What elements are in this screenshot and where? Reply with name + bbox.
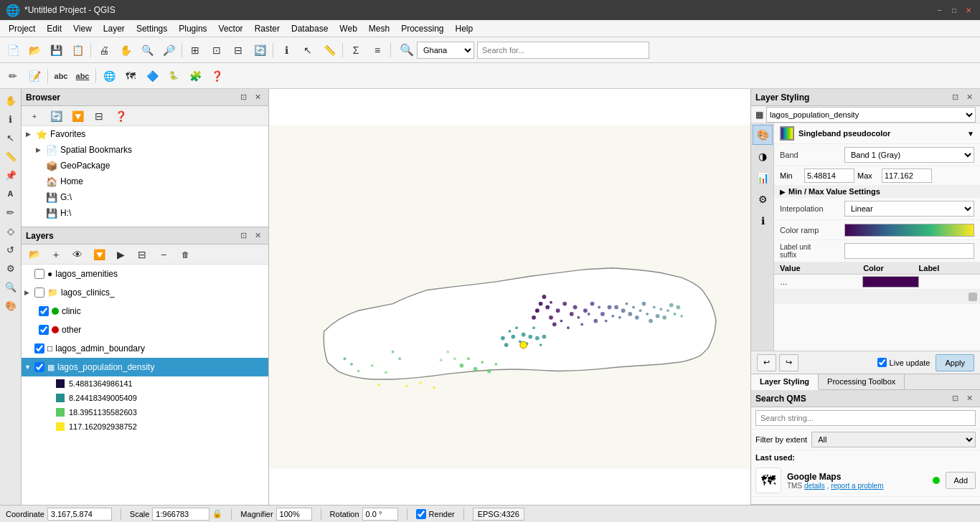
python-button[interactable]: 🐍 xyxy=(164,66,184,86)
styling-close-button[interactable]: ✕ xyxy=(963,91,976,104)
zoom-selection-button[interactable]: ⊟ xyxy=(228,40,248,60)
plugins-button[interactable]: 🧩 xyxy=(185,66,205,86)
locator-search-input[interactable] xyxy=(477,42,649,59)
layer-item-amenities[interactable]: ● lagos_amenities xyxy=(22,265,268,283)
open-layer-button[interactable]: 📂 xyxy=(24,245,44,265)
menu-item-layer[interactable]: Layer xyxy=(98,22,131,35)
remove-layer-button[interactable]: − xyxy=(154,245,174,265)
color-ramp-swatch[interactable] xyxy=(844,224,974,237)
browser-collapse-button[interactable]: ⊟ xyxy=(89,106,109,126)
layer-item-clinic[interactable]: clinic xyxy=(22,302,268,321)
layers-float-button[interactable]: ⊡ xyxy=(237,229,250,242)
rotation-input[interactable] xyxy=(362,508,398,521)
menu-item-plugins[interactable]: Plugins xyxy=(173,22,212,35)
browser-item-spatial-bookmarks[interactable]: ▶ 📄 Spatial Bookmarks xyxy=(22,142,268,158)
label-button[interactable]: abc xyxy=(51,66,71,86)
print-layout-button[interactable]: 🖨 xyxy=(94,40,114,60)
population-density-checkbox[interactable] xyxy=(34,362,44,372)
crs-button[interactable]: EPSG:4326 xyxy=(473,508,524,521)
identify-icon[interactable]: ℹ xyxy=(2,110,19,128)
tab-processing-toolbox[interactable]: Processing Toolbox xyxy=(819,374,905,389)
styling-float-button[interactable]: ⊡ xyxy=(948,91,961,104)
menu-item-processing[interactable]: Processing xyxy=(395,22,449,35)
layers-close-button[interactable]: ✕ xyxy=(251,229,264,242)
close-button[interactable]: ✕ xyxy=(963,4,974,16)
redo-button[interactable]: ↪ xyxy=(779,354,798,371)
locator-combo[interactable]: Ghana xyxy=(417,42,474,59)
expand-all-button[interactable]: ▶ xyxy=(110,245,131,265)
map-area[interactable] xyxy=(269,89,750,505)
refresh-button[interactable]: 🔄 xyxy=(250,40,270,60)
field-calc-button[interactable]: ≡ xyxy=(367,40,387,60)
browser-item-g-drive[interactable]: 💾 G:\ xyxy=(22,189,268,205)
label-tool-icon[interactable]: A xyxy=(2,185,19,202)
add-button[interactable]: Add xyxy=(946,472,976,489)
qms-close-button[interactable]: ✕ xyxy=(963,392,976,405)
min-max-section[interactable]: ▶ Min / Max Value Settings xyxy=(774,185,980,198)
tab-layer-styling[interactable]: Layer Styling xyxy=(751,374,819,390)
pin-icon[interactable]: 📌 xyxy=(2,166,19,184)
collapse-all-button[interactable]: ⊟ xyxy=(132,245,152,265)
new-project-button[interactable]: 📄 xyxy=(3,40,23,60)
label-unit-input[interactable] xyxy=(844,243,974,259)
clinic-checkbox[interactable] xyxy=(39,306,49,316)
filter-select[interactable]: All xyxy=(811,432,976,447)
histogram-icon[interactable]: 📊 xyxy=(753,168,773,188)
amenities-checkbox[interactable] xyxy=(34,269,44,279)
max-input[interactable] xyxy=(882,169,932,183)
search-icon[interactable]: 🔍 xyxy=(2,278,19,295)
report-link[interactable]: report a problem xyxy=(831,482,883,490)
label2-button[interactable]: abc xyxy=(72,66,93,86)
browser-item-geopackage[interactable]: 📦 GeoPackage xyxy=(22,158,268,174)
add-layer-button[interactable]: 🗑 xyxy=(175,245,195,265)
zoom-in-button[interactable]: 🔍 xyxy=(137,40,157,60)
metadata-icon[interactable]: ℹ xyxy=(753,211,773,231)
python-console-button[interactable]: Σ xyxy=(346,40,366,60)
browser-item-h-drive[interactable]: 💾 H:\ xyxy=(22,205,268,221)
style-icon[interactable]: 🎨 xyxy=(2,297,19,314)
layer-item-admin-boundary[interactable]: □ lagos_admin_boundary xyxy=(22,339,268,358)
menu-item-web[interactable]: Web xyxy=(334,22,362,35)
browser-float-button[interactable]: ⊡ xyxy=(237,91,250,104)
save-project-button[interactable]: 💾 xyxy=(46,40,66,60)
interpolation-select[interactable]: Linear xyxy=(844,201,974,217)
rotate-icon[interactable]: ↺ xyxy=(2,241,19,258)
menu-item-raster[interactable]: Raster xyxy=(249,22,286,35)
identify-button[interactable]: ℹ xyxy=(276,40,296,60)
menu-item-settings[interactable]: Settings xyxy=(131,22,173,35)
layer-item-other[interactable]: other xyxy=(22,321,268,339)
menu-item-edit[interactable]: Edit xyxy=(41,22,67,35)
filter-layers-button[interactable]: 🔽 xyxy=(89,245,109,265)
browser-refresh-button[interactable]: 🔄 xyxy=(46,106,66,126)
save-as-button[interactable]: 📋 xyxy=(67,40,88,60)
browser-item-home[interactable]: 🏠 Home xyxy=(22,174,268,189)
transparency-icon[interactable]: ◑ xyxy=(753,146,773,166)
live-update-checkbox[interactable] xyxy=(877,358,887,367)
admin-boundary-checkbox[interactable] xyxy=(34,343,44,353)
undo-button[interactable]: ↩ xyxy=(757,354,776,371)
band-select[interactable]: Band 1 (Gray) xyxy=(844,147,974,163)
browser-help-button[interactable]: ❓ xyxy=(110,106,131,126)
color-cell[interactable] xyxy=(862,276,919,288)
other-checkbox[interactable] xyxy=(39,325,49,335)
digitize-button[interactable]: ✏ xyxy=(3,66,23,86)
menu-item-view[interactable]: View xyxy=(67,22,98,35)
menu-item-database[interactable]: Database xyxy=(286,22,334,35)
zoom-full-button[interactable]: ⊞ xyxy=(185,40,205,60)
details-link[interactable]: details xyxy=(804,482,825,490)
coordinate-input[interactable] xyxy=(47,508,112,521)
styling-layer-combo[interactable]: lagos_population_density xyxy=(766,107,976,123)
qms-search-input[interactable] xyxy=(755,410,976,426)
xyz-button[interactable]: 🗺 xyxy=(121,66,141,86)
measure-button[interactable]: 📏 xyxy=(319,40,339,60)
digitize-icon[interactable]: ✏ xyxy=(2,204,19,221)
rendering-icon[interactable]: ⚙ xyxy=(753,189,773,209)
render-checkbox[interactable] xyxy=(416,509,426,519)
layer-item-clinics-group[interactable]: ▶ 📁 lagos_clinics_ xyxy=(22,283,268,302)
wfs-button[interactable]: 🔷 xyxy=(142,66,162,86)
min-input[interactable] xyxy=(804,169,854,183)
help-button[interactable]: ❓ xyxy=(207,66,227,86)
add-group-button[interactable]: + xyxy=(46,245,66,265)
magnifier-input[interactable] xyxy=(276,508,312,521)
browser-add-button[interactable]: + xyxy=(24,106,44,126)
